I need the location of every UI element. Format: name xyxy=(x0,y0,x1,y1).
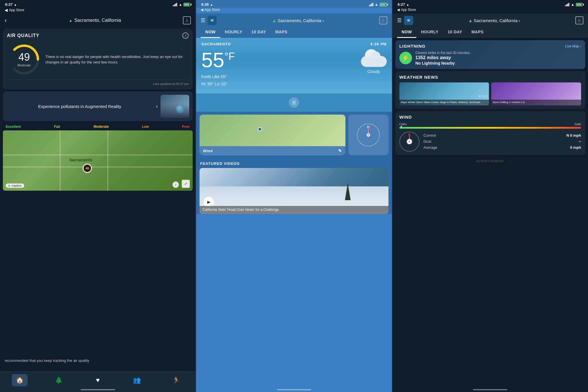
featured-videos-title: FEATURED VIDEOS xyxy=(200,161,240,166)
tab-social[interactable]: 👥 xyxy=(117,374,156,386)
signal-bar-2 xyxy=(174,4,175,6)
right-tab-nav-maps[interactable]: MAPS xyxy=(467,27,488,38)
right-tab-nav-now[interactable]: NOW xyxy=(397,27,417,38)
tab-nav-now[interactable]: NOW xyxy=(201,27,220,38)
weather-news-title: WEATHER NEWS xyxy=(399,75,581,80)
wind-gale-label: Gale xyxy=(575,122,581,126)
wind-compass-needle-small xyxy=(409,136,410,142)
scale-fair: Fair xyxy=(54,125,60,129)
tab-nav-10day[interactable]: 10 DAY xyxy=(247,27,271,38)
right-wifi-icon: ▲ xyxy=(571,2,575,7)
tree-icon: 🌲 xyxy=(55,376,63,384)
mid-app-store-bar: ◀ App Store xyxy=(196,8,392,13)
tab-nav-hourly[interactable]: HOURLY xyxy=(220,27,247,38)
right-nav-center: ▲ Sacramento, California › xyxy=(468,18,520,23)
wind-detail-body: N 0 Current N 0 mph Gust -- xyxy=(399,132,581,152)
weather-hero: SACRAMENTO 6:26 PM 55°F Feels Like 55° H… xyxy=(196,38,392,93)
ar-section[interactable]: Experience pollutants in Augmented Reali… xyxy=(3,91,193,121)
wind-gust-row: Gust -- xyxy=(423,138,581,144)
right-home-indicator xyxy=(473,389,507,390)
right-chevron-icon: › xyxy=(519,18,520,23)
map-expand-button[interactable]: ⤢ xyxy=(182,180,190,188)
right-back-icon[interactable]: ◀ xyxy=(397,8,400,12)
weather-news-card: WEATHER NEWS Major Winter Storm Takes Ce… xyxy=(395,71,585,109)
right-tab-nav-hourly[interactable]: HOURLY xyxy=(416,27,443,38)
back-arrow-icon[interactable]: ◀ xyxy=(5,8,8,12)
temp-value: 55 xyxy=(201,49,224,72)
aq-content: 49 Moderate There is no real danger for … xyxy=(7,42,189,77)
warning-icon[interactable]: ⚠ xyxy=(183,16,191,24)
video-thumbnail[interactable]: ▶ California Skier 'Head Over Heels' for… xyxy=(200,168,388,214)
tab-health[interactable]: ♥ xyxy=(78,374,117,386)
tab-nature[interactable]: 🌲 xyxy=(39,374,78,386)
wind-detail-title: WIND xyxy=(399,115,581,119)
battery-fill xyxy=(184,3,189,6)
cloud-body xyxy=(361,56,387,67)
left-status-bar: 6:27 ▲ ▲ xyxy=(0,0,196,8)
mid-warning-icon[interactable]: ⚠ xyxy=(379,16,387,24)
weather-icon-area: Cloudy xyxy=(361,50,387,74)
aq-number: 49 Moderate xyxy=(18,52,31,67)
news-thumb-2[interactable]: Bone-Chilling C Central U.S. xyxy=(491,82,581,105)
right-battery-icon xyxy=(576,3,583,6)
left-nav: ‹ ▲ Sacramento, California ⚠ xyxy=(0,14,196,27)
scale-excellent: Excellent xyxy=(6,125,21,129)
air-quality-map[interactable]: Sacramento 49 ⊙ mapbox i ⤢ xyxy=(3,130,193,191)
map-location-pin: 49 xyxy=(83,164,92,173)
weather-time-label: 6:26 PM xyxy=(371,42,387,46)
menu-button[interactable]: ☰ xyxy=(289,97,299,108)
weather-condition-label: Cloudy xyxy=(368,69,380,74)
left-nav-title: ▲ Sacramento, California xyxy=(69,18,121,23)
wind-scale-bar: ▲ xyxy=(399,127,581,129)
hamburger-icon[interactable]: ☰ xyxy=(201,17,205,24)
map-road-h2 xyxy=(3,167,193,167)
right-status-time: 6:27 xyxy=(398,2,405,7)
left-status-icons: ▲ xyxy=(173,3,190,7)
mid-chevron-icon: › xyxy=(322,18,324,23)
temp-unit: °F xyxy=(224,51,235,62)
mid-home-indicator xyxy=(277,389,311,390)
aq-label: Moderate xyxy=(18,63,31,67)
tab-home[interactable]: 🏠 xyxy=(0,374,39,386)
aq-header: AIR QUALITY i xyxy=(7,32,189,39)
map-background: Sacramento 49 xyxy=(3,130,193,191)
wind-edit-icon[interactable]: ✎ xyxy=(338,148,342,153)
ar-city-bg xyxy=(160,104,189,118)
info-circle-icon[interactable]: i xyxy=(182,32,189,39)
right-tab-nav: NOW HOURLY 10 DAY MAPS xyxy=(392,27,588,38)
cloud-icon xyxy=(361,50,387,67)
aq-scale: Excellent Fair Moderate Low Poor xyxy=(3,123,193,130)
right-tab-nav-10day[interactable]: 10 DAY xyxy=(443,27,467,38)
right-app-store-label[interactable]: App Store xyxy=(401,8,416,12)
live-map-link[interactable]: Live Map › xyxy=(565,44,581,48)
right-warning-icon[interactable]: ⚠ xyxy=(575,16,583,24)
tab-nav-maps[interactable]: MAPS xyxy=(271,27,292,38)
mid-app-store-label[interactable]: App Store xyxy=(204,8,220,12)
news-caption-2: Bone-Chilling C Central U.S. xyxy=(491,100,581,105)
left-location-title: Sacramento, California xyxy=(74,18,121,23)
wind-gust-value: -- xyxy=(579,139,581,144)
gps-arrow-icon: ▲ xyxy=(69,18,73,23)
right-hamburger-icon[interactable]: ☰ xyxy=(397,17,402,24)
tab-activity[interactable]: 🏃 xyxy=(156,374,196,386)
news-thumb-1[interactable]: Major Winter Storm Takes Center Stage in… xyxy=(399,82,489,105)
left-nav-back[interactable]: ‹ xyxy=(5,17,7,24)
ar-image xyxy=(160,95,189,118)
mapbox-label: mapbox xyxy=(11,184,22,187)
mid-back-icon[interactable]: ◀ xyxy=(201,8,203,12)
running-icon: 🏃 xyxy=(172,376,180,384)
weather-logo: W xyxy=(208,16,217,25)
signal-bars-icon xyxy=(173,3,177,6)
app-store-label[interactable]: App Store xyxy=(9,8,24,12)
scale-poor: Poor xyxy=(182,125,190,129)
lightning-title: LIGHTNING xyxy=(399,44,426,49)
featured-videos-header: FEATURED VIDEOS xyxy=(196,158,392,168)
weather-hero-header: SACRAMENTO 6:26 PM xyxy=(201,42,386,46)
lightning-header: LIGHTNING Live Map › xyxy=(399,44,581,49)
wind-current-value: N 0 mph xyxy=(566,133,581,138)
aq-updated: Last updated at 06:27 pm xyxy=(7,80,189,86)
home-indicator xyxy=(81,389,115,390)
screens-container: 6:27 ▲ ▲ ◀ App Store ‹ xyxy=(0,0,588,392)
map-pin-value: 49 xyxy=(83,164,92,173)
mid-gps-icon: ▲ xyxy=(210,3,213,6)
